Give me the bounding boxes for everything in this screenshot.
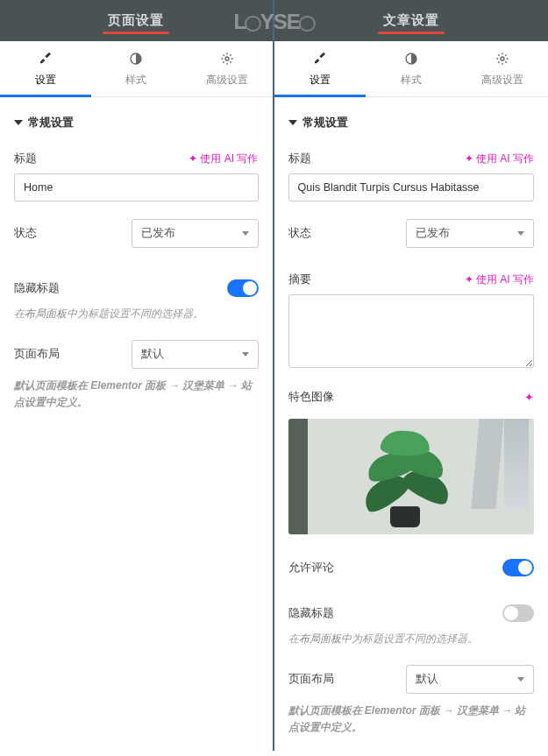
title-label: 标题 (288, 152, 311, 166)
contrast-icon (129, 52, 143, 66)
title-input[interactable] (288, 173, 535, 201)
excerpt-label: 摘要 (288, 272, 311, 287)
tab-style[interactable]: 样式 (91, 41, 182, 96)
section-general[interactable]: 常规设置 (288, 97, 535, 139)
caret-down-icon (14, 120, 23, 125)
tab-label: 设置 (310, 74, 331, 86)
status-select[interactable]: 已发布 (132, 219, 259, 248)
svg-point-3 (501, 57, 504, 60)
layout-select[interactable]: 默认 (132, 340, 259, 369)
layout-label: 页面布局 (14, 347, 60, 362)
tab-bar: 设置 样式 高级设置 (274, 41, 549, 97)
status-select[interactable]: 已发布 (406, 219, 534, 248)
gear-icon (220, 52, 234, 66)
section-title: 常规设置 (28, 115, 74, 131)
allow-comments-label: 允许评论 (288, 561, 334, 576)
pane-title: 文章设置 (383, 12, 439, 27)
layout-label: 页面布局 (288, 672, 334, 687)
tab-bar: 设置 样式 高级设置 (0, 41, 273, 97)
tab-label: 高级设置 (481, 74, 523, 86)
hide-title-label: 隐藏标题 (14, 281, 60, 296)
status-label: 状态 (288, 226, 311, 241)
tab-advanced[interactable]: 高级设置 (457, 41, 548, 96)
gear-icon (495, 52, 509, 66)
ai-sparkle-icon[interactable]: ✦ (524, 391, 534, 404)
tab-advanced[interactable]: 高级设置 (181, 41, 273, 96)
tab-settings[interactable]: 设置 (0, 41, 91, 96)
tab-label: 样式 (125, 74, 146, 86)
pane-title: 页面设置 (108, 12, 164, 27)
contrast-icon (404, 52, 418, 66)
allow-comments-toggle[interactable] (502, 559, 534, 576)
featured-image-label: 特色图像 (288, 390, 334, 405)
select-value: 默认 (416, 672, 438, 687)
highlight-underline (378, 32, 445, 34)
section-title: 常规设置 (302, 115, 348, 131)
select-value: 默认 (141, 347, 164, 362)
title-label: 标题 (14, 152, 37, 166)
post-settings-pane: 文章设置 设置 样式 高级设置 常规设置 标题 (274, 0, 549, 751)
section-general[interactable]: 常规设置 (14, 97, 259, 139)
status-label: 状态 (14, 226, 37, 241)
wrench-icon (39, 52, 53, 66)
chevron-down-icon (517, 677, 524, 682)
excerpt-textarea[interactable] (288, 294, 535, 368)
hide-title-toggle[interactable] (227, 279, 259, 297)
tab-label: 高级设置 (206, 74, 248, 86)
template-hint: 默认页面模板在 Elementor 面板 → 汉堡菜单 → 站点设置中定义。 (14, 369, 259, 411)
hide-title-hint: 在布局面板中为标题设置不同的选择器。 (14, 297, 259, 322)
tab-label: 设置 (35, 74, 56, 86)
chevron-down-icon (242, 352, 249, 357)
tab-settings[interactable]: 设置 (274, 41, 366, 96)
chevron-down-icon (242, 231, 249, 236)
tab-label: 样式 (401, 74, 422, 86)
select-value: 已发布 (416, 226, 450, 241)
page-settings-pane: 页面设置 设置 样式 高级设置 常规设置 标题 (0, 0, 274, 751)
caret-down-icon (288, 120, 297, 125)
template-hint: 默认页面模板在 Elementor 面板 → 汉堡菜单 → 站点设置中定义。 (288, 694, 535, 736)
hide-title-hint: 在布局面板中为标题设置不同的选择器。 (288, 622, 535, 647)
highlight-underline (103, 32, 169, 34)
pane-header: 文章设置 (274, 0, 549, 41)
title-input[interactable] (14, 173, 259, 201)
hide-title-toggle[interactable] (502, 604, 534, 622)
select-value: 已发布 (141, 226, 175, 241)
ai-write-link[interactable]: ✦ 使用 AI 写作 (465, 272, 534, 287)
ai-write-link[interactable]: ✦ 使用 AI 写作 (465, 152, 534, 166)
wrench-icon (313, 52, 327, 66)
hide-title-label: 隐藏标题 (288, 606, 334, 621)
featured-image-picker[interactable] (288, 419, 535, 534)
ai-write-link[interactable]: ✦ 使用 AI 写作 (189, 152, 258, 166)
layout-select[interactable]: 默认 (406, 665, 534, 694)
tab-style[interactable]: 样式 (366, 41, 457, 96)
chevron-down-icon (517, 231, 524, 236)
svg-point-1 (225, 57, 229, 60)
pane-header: 页面设置 (0, 0, 273, 41)
